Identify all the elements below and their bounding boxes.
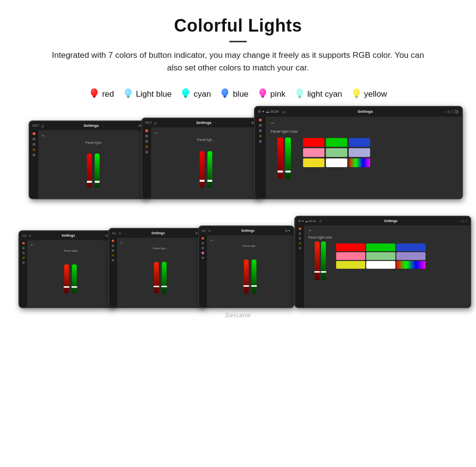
red-slider-5[interactable] [154, 262, 159, 294]
svg-rect-6 [127, 96, 130, 97]
yellow-bulb-icon [351, 87, 362, 101]
reset-label-1: RET [33, 124, 39, 127]
color-item-red: red [89, 87, 114, 101]
settings-label-1: Settings [46, 123, 136, 128]
back-btn-5[interactable]: ← [120, 241, 201, 245]
sidebar-power-3 [259, 119, 262, 121]
green-slider-1[interactable] [95, 154, 100, 188]
sidebar-dot-3 [33, 154, 35, 156]
color-cell-lightgreen[interactable] [326, 148, 347, 157]
sidebar-4 [19, 240, 27, 307]
green-slider-3[interactable] [285, 138, 291, 179]
sidebar-1 [30, 130, 38, 198]
settings-label-7: Settings [323, 219, 458, 223]
topbar-7: ⚙ ✦ ☁ 20:24 ⌂ Settings ♪ ▷ □ [295, 217, 470, 225]
s4-d1 [22, 242, 25, 244]
color-cell-rainbow[interactable] [349, 158, 370, 167]
sidebar-dot-7 [259, 124, 262, 127]
settings-label-3: Settings [287, 109, 444, 114]
red-slider-2[interactable] [200, 151, 204, 188]
s4-d3 [22, 252, 25, 254]
red-slider-1[interactable] [87, 154, 92, 188]
color-cell-pink[interactable] [303, 148, 324, 157]
cg7-lightgreen[interactable] [366, 252, 395, 260]
color-cell-blue[interactable] [349, 138, 370, 147]
cg7-red[interactable] [336, 243, 365, 251]
back-btn-7[interactable]: ← [308, 228, 466, 233]
sidebar-brightness-1 [33, 148, 35, 151]
home-icon-5: ⌂ [119, 231, 121, 235]
color-cell-lavender[interactable] [349, 148, 370, 157]
red-slider-6[interactable] [244, 259, 249, 294]
red-slider-3[interactable] [277, 138, 283, 179]
panel-light-color-label-3: Panel light color [271, 129, 298, 134]
back-btn-4[interactable]: ← [30, 243, 111, 247]
color-cell-green[interactable] [326, 138, 347, 147]
sidebar-5 [109, 238, 117, 307]
svg-point-5 [125, 88, 132, 96]
red-slider-7[interactable] [315, 242, 320, 280]
svg-rect-22 [298, 96, 301, 97]
cg7-blue[interactable] [396, 243, 425, 251]
page-header: Colorful Lights Integrated with 7 colors… [0, 0, 476, 79]
screen-card-7: ⚙ ✦ ☁ 20:24 ⌂ Settings ♪ ▷ □ ← [294, 216, 471, 308]
home-icon-2: ⌂ [154, 121, 156, 125]
back-btn-3[interactable]: ← [271, 121, 457, 125]
green-slider-2[interactable] [207, 151, 212, 188]
color-cell-white[interactable] [326, 158, 347, 167]
topbar-4: MC ⌂ Settings ⚙ ✦ [19, 231, 114, 240]
topbar-3: ⚙ ✦ ☁ 20:24 ⌂ Settings ♪ ▷ □ ⬛ [255, 107, 462, 117]
top-screen-row: RET ⌂ Settings ⚙ ✦ ← [0, 106, 476, 199]
svg-rect-2 [93, 96, 96, 97]
cg7-purple[interactable] [396, 252, 425, 260]
sidebar-dot-6 [145, 151, 148, 154]
svg-point-21 [296, 88, 303, 96]
back-btn-6[interactable]: ← [210, 238, 291, 242]
color-cell-yellow[interactable] [303, 158, 324, 167]
topbar-right-7: ♪ ▷ □ [460, 219, 467, 223]
sidebar-2 [142, 127, 151, 198]
sidebar-brightness-3 [259, 135, 262, 138]
content-2: ← Panel ligh... [151, 127, 261, 198]
content-4: ← Panel light [27, 240, 114, 307]
cyan-label: cyan [193, 89, 211, 99]
red-slider-4[interactable] [64, 264, 69, 294]
svg-rect-11 [185, 97, 187, 98]
cg7-rainbow[interactable] [396, 261, 425, 269]
green-slider-4[interactable] [72, 264, 77, 294]
screen-card-4: MC ⌂ Settings ⚙ ✦ ← Panel ligh [18, 230, 115, 308]
svg-rect-15 [224, 97, 226, 98]
color-cell-red[interactable] [303, 138, 324, 147]
reset-label-2: RET [145, 121, 152, 124]
svg-point-1 [91, 88, 98, 96]
home-icon-1: ⌂ [41, 123, 44, 128]
back-btn-2[interactable]: ← [154, 130, 258, 135]
sidebar-dot-8 [259, 129, 262, 132]
back-btn-1[interactable]: ← [41, 133, 145, 138]
green-slider-6[interactable] [252, 259, 256, 294]
color-grid-7 [336, 243, 425, 269]
topbar-1: RET ⌂ Settings ⚙ ✦ [30, 121, 148, 130]
green-slider-7[interactable] [321, 242, 326, 280]
title-divider [229, 41, 247, 42]
sidebar-power-1 [33, 132, 35, 135]
sidebar-dot-9 [259, 140, 262, 143]
cg7-green[interactable] [366, 243, 395, 251]
cg7-white[interactable] [366, 261, 395, 269]
reset-label-6: MC [202, 229, 206, 232]
svg-rect-14 [223, 96, 226, 97]
topbar-6: MC ⌂ Settings ⚙ ✦ [199, 226, 294, 235]
color-indicators-row: red Light blue cyan blue [0, 79, 476, 106]
home-icon-6: ⌂ [208, 228, 211, 233]
panel-light-label-1: Panel light [85, 141, 102, 144]
color-item-blue: blue [220, 87, 248, 101]
cg7-pink[interactable] [336, 252, 365, 260]
svg-rect-10 [184, 96, 187, 97]
green-slider-5[interactable] [162, 262, 167, 294]
s4-d4 [22, 257, 25, 259]
panel-label-4: Panel light [30, 249, 111, 252]
settings-label-2: Settings [158, 121, 249, 125]
lightblue-bulb-icon [123, 87, 134, 101]
cg7-yellow[interactable] [336, 261, 365, 269]
sidebar-power-2 [145, 129, 148, 132]
